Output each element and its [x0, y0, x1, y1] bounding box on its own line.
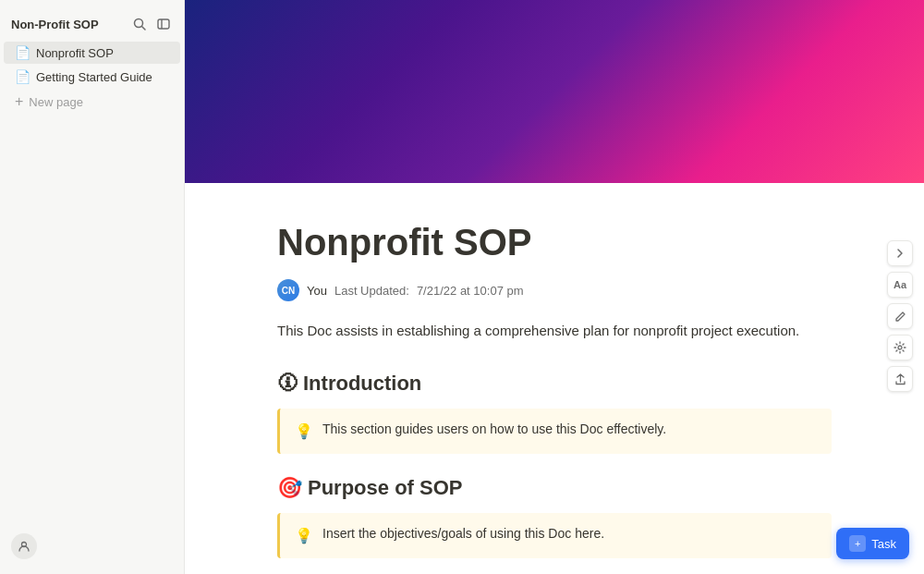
- section-heading-purpose: 🎯 Purpose of SOP: [277, 476, 832, 500]
- section-emoji-purpose: 🎯: [277, 476, 302, 500]
- svg-point-5: [898, 346, 902, 349]
- edit-toolbar-button[interactable]: [887, 303, 913, 329]
- page-icon: 📄: [15, 69, 30, 84]
- callout-emoji-introduction: 💡: [295, 421, 313, 443]
- sidebar: Non-Profit SOP 📄 Nonprofit SOP 📄 Getting…: [0, 0, 185, 574]
- callout-emoji-purpose: 💡: [295, 525, 313, 547]
- plus-icon: +: [15, 93, 23, 110]
- avatar: CN: [277, 279, 299, 301]
- author-name: You: [307, 284, 327, 298]
- callout-text-purpose: Insert the objectives/goals of using thi…: [322, 524, 604, 543]
- share-toolbar-button[interactable]: [887, 366, 913, 392]
- new-page-button[interactable]: + New page: [4, 90, 180, 114]
- svg-line-1: [142, 27, 146, 31]
- font-icon: Aa: [894, 279, 906, 290]
- last-updated-label: Last Updated:: [334, 284, 409, 298]
- search-icon[interactable]: [130, 15, 149, 33]
- sidebar-header: Non-Profit SOP: [0, 7, 184, 41]
- sidebar-item-label: Nonprofit SOP: [36, 46, 114, 60]
- collapse-toolbar-button[interactable]: [887, 240, 913, 266]
- callout-introduction: 💡 This section guides users on how to us…: [277, 409, 832, 454]
- sidebar-item-nonprofit-sop[interactable]: 📄 Nonprofit SOP: [4, 42, 180, 64]
- sidebar-header-icons: [130, 15, 173, 33]
- svg-rect-2: [158, 19, 169, 29]
- callout-purpose: 💡 Insert the objectives/goals of using t…: [277, 513, 832, 558]
- doc-meta: CN You Last Updated: 7/21/22 at 10:07 pm: [277, 279, 832, 301]
- section-heading-introduction: 🛈 Introduction: [277, 372, 832, 396]
- section-title-purpose: Purpose of SOP: [308, 476, 462, 500]
- user-icon[interactable]: [11, 533, 37, 559]
- sidebar-item-getting-started[interactable]: 📄 Getting Started Guide: [4, 66, 180, 88]
- sidebar-item-label: Getting Started Guide: [36, 70, 152, 84]
- sidebar-title: Non-Profit SOP: [11, 18, 99, 31]
- main-content: Aa Nonprofit SOP CN You Last Updated: 7/…: [185, 0, 924, 574]
- task-button[interactable]: + Task: [836, 528, 909, 559]
- callout-text-introduction: This section guides users on how to use …: [322, 420, 666, 439]
- doc-description: This Doc assists in establishing a compr…: [277, 320, 832, 342]
- doc-body: Nonprofit SOP CN You Last Updated: 7/21/…: [185, 183, 924, 574]
- task-plus-icon: +: [849, 535, 866, 552]
- layout-icon[interactable]: [154, 15, 173, 33]
- hero-banner: [185, 0, 924, 183]
- last-updated-value: 7/21/22 at 10:07 pm: [417, 284, 524, 298]
- task-button-label: Task: [871, 537, 896, 551]
- sidebar-bottom: [0, 526, 184, 567]
- section-title-introduction: Introduction: [303, 372, 421, 396]
- font-toolbar-button[interactable]: Aa: [887, 272, 913, 298]
- doc-title: Nonprofit SOP: [277, 220, 832, 264]
- section-emoji-introduction: 🛈: [277, 372, 298, 396]
- new-page-label: New page: [29, 95, 83, 109]
- settings-toolbar-button[interactable]: [887, 335, 913, 360]
- page-icon: 📄: [15, 45, 30, 60]
- right-toolbar: Aa: [887, 240, 913, 392]
